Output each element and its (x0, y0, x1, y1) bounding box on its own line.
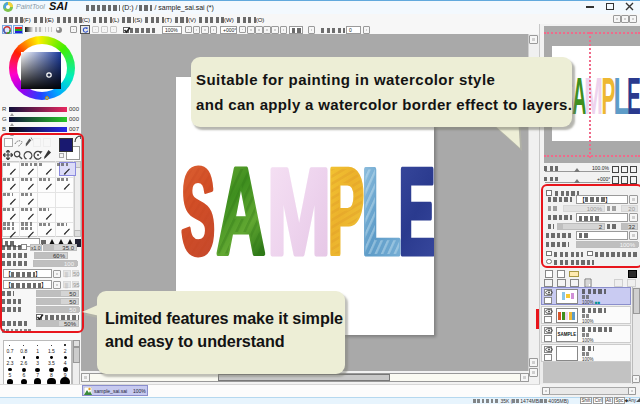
svg-text:S: S (181, 143, 215, 280)
svg-text:A: A (216, 142, 265, 279)
svg-text:M: M (584, 67, 603, 124)
svg-text:M: M (267, 143, 331, 279)
svg-text:L: L (361, 143, 401, 280)
svg-text:P: P (328, 143, 365, 280)
svg-text:E: E (398, 143, 434, 279)
svg-text:E: E (627, 67, 640, 125)
